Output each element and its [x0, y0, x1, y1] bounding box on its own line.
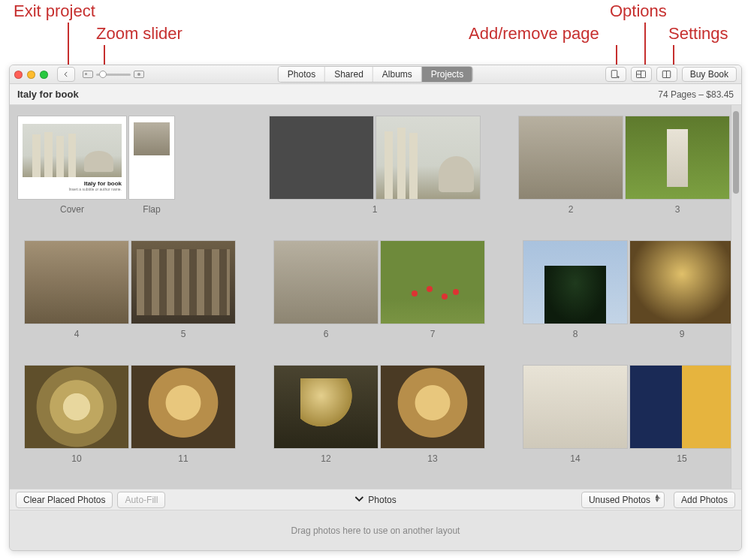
photos-drawer-toggle[interactable]: Photos — [354, 495, 396, 505]
select-arrows-icon: ▲▼ — [654, 494, 660, 503]
page-4-photo — [25, 241, 128, 324]
page-11[interactable] — [131, 365, 236, 449]
page-15[interactable] — [629, 365, 734, 449]
zoom-thumb[interactable] — [99, 71, 107, 78]
photos-toolbar: Clear Placed Photos Auto-Fill Photos Unu… — [10, 489, 741, 510]
zoom-slider[interactable] — [83, 71, 144, 78]
annotation-settings-line — [673, 45, 674, 66]
page-inside-cover[interactable] — [269, 116, 374, 200]
page-14[interactable] — [523, 365, 628, 449]
page-15-photo — [630, 366, 734, 448]
photo-tray-hint: Drag photos here to use on another layou… — [291, 525, 460, 536]
zoom-track[interactable] — [96, 74, 131, 76]
page-13-photo — [381, 366, 484, 448]
page-10[interactable] — [24, 365, 129, 449]
segment-projects[interactable]: Projects — [422, 67, 472, 82]
page-5-label: 5 — [130, 329, 237, 339]
zoom-window[interactable] — [40, 71, 48, 79]
spread-14-15: 14 15 — [519, 365, 738, 464]
annotation-options-line — [644, 23, 646, 65]
photos-drawer-label: Photos — [368, 495, 396, 505]
cover-photo — [23, 124, 122, 177]
segment-albums[interactable]: Albums — [373, 67, 422, 82]
clear-placed-photos-button[interactable]: Clear Placed Photos — [16, 492, 113, 508]
page-2-photo — [519, 116, 623, 199]
layout-options-button[interactable] — [631, 67, 652, 82]
page-13[interactable] — [380, 365, 485, 449]
titlebar: Photos Shared Albums Projects Buy Book — [10, 65, 741, 84]
cover-label: Cover — [17, 204, 127, 215]
spread-2-3: 2 3 — [514, 116, 734, 215]
page-5[interactable] — [131, 240, 236, 324]
page-3-label: 3 — [624, 204, 731, 215]
page-4-label: 4 — [23, 329, 130, 339]
page-flap[interactable] — [128, 116, 175, 200]
minimize-window[interactable] — [27, 71, 35, 79]
annotation-options: Options — [610, 2, 667, 21]
close-window[interactable] — [14, 71, 23, 79]
vertical-scrollbar[interactable] — [731, 105, 741, 489]
page-7-photo — [381, 241, 484, 324]
scrollbar-thumb[interactable] — [733, 111, 739, 194]
traffic-lights — [14, 71, 48, 79]
page-11-label: 11 — [130, 453, 237, 464]
add-remove-page-button[interactable] — [605, 67, 626, 82]
annotation-zoom: Zoom slider — [96, 24, 182, 44]
project-header: Italy for book 74 Pages – $83.45 — [10, 84, 741, 105]
annotation-addremove-line — [616, 45, 617, 66]
page-8[interactable] — [523, 240, 628, 324]
annotation-exit-line — [68, 23, 69, 65]
book-settings-icon — [661, 69, 672, 80]
zoom-min-icon — [83, 71, 93, 78]
page-7[interactable] — [380, 240, 485, 324]
book-settings-button[interactable] — [656, 67, 677, 82]
photo-tray[interactable]: Drag photos here to use on another layou… — [10, 510, 741, 550]
page-2[interactable] — [518, 116, 623, 200]
page-6[interactable] — [273, 240, 379, 324]
auto-fill-button[interactable]: Auto-Fill — [117, 492, 165, 508]
spread-12-13: 12 13 — [270, 365, 489, 464]
svg-rect-0 — [611, 71, 617, 78]
page-cover[interactable]: Italy for book Insert a subtitle or auth… — [17, 116, 127, 200]
view-segmented-control: Photos Shared Albums Projects — [278, 66, 473, 83]
page-5-photo — [131, 241, 235, 324]
cover-block: Italy for book Insert a subtitle or auth… — [17, 116, 175, 215]
page-9[interactable] — [629, 240, 734, 324]
back-button[interactable] — [57, 67, 75, 82]
buy-book-button[interactable]: Buy Book — [682, 67, 737, 82]
cover-subtitle-text: Insert a subtitle or author name. — [68, 187, 122, 191]
photo-filter-select[interactable]: Unused Photos ▲▼ — [581, 492, 665, 508]
layout-options-icon — [635, 69, 647, 80]
page-11-photo — [131, 366, 235, 448]
page-1[interactable] — [376, 116, 481, 200]
page-12-label: 12 — [273, 453, 379, 464]
page-9-label: 9 — [629, 329, 735, 339]
photo-filter-value: Unused Photos — [589, 495, 650, 505]
page-4[interactable] — [24, 240, 129, 324]
page-plus-icon — [610, 69, 621, 80]
page-15-label: 15 — [629, 453, 735, 464]
annotation-settings: Settings — [668, 24, 728, 44]
chevron-down-icon — [354, 494, 363, 504]
zoom-max-icon — [134, 71, 144, 78]
page-7-label: 7 — [379, 329, 486, 339]
page-9-photo — [630, 241, 734, 324]
annotation-zoom-line — [104, 45, 105, 66]
project-title: Italy for book — [17, 89, 79, 100]
page-8-label: 8 — [522, 329, 629, 339]
page-6-photo — [274, 241, 378, 324]
page-1-label: 1 — [268, 204, 481, 215]
annotation-addremove: Add/remove page — [469, 24, 599, 44]
page-10-label: 10 — [23, 453, 130, 464]
add-photos-button[interactable]: Add Photos — [674, 492, 735, 508]
page-3[interactable] — [625, 116, 730, 200]
cover-title-text: Italy for book — [84, 180, 122, 187]
page-12[interactable] — [273, 365, 379, 449]
annotation-exit: Exit project — [14, 2, 95, 21]
page-6-label: 6 — [273, 329, 379, 339]
app-window: Photos Shared Albums Projects Buy Book I… — [9, 65, 742, 551]
segment-shared[interactable]: Shared — [325, 67, 373, 82]
pages-grid[interactable]: Italy for book Insert a subtitle or auth… — [10, 105, 741, 489]
segment-photos[interactable]: Photos — [279, 67, 325, 82]
spread-6-7: 6 7 — [270, 240, 489, 339]
